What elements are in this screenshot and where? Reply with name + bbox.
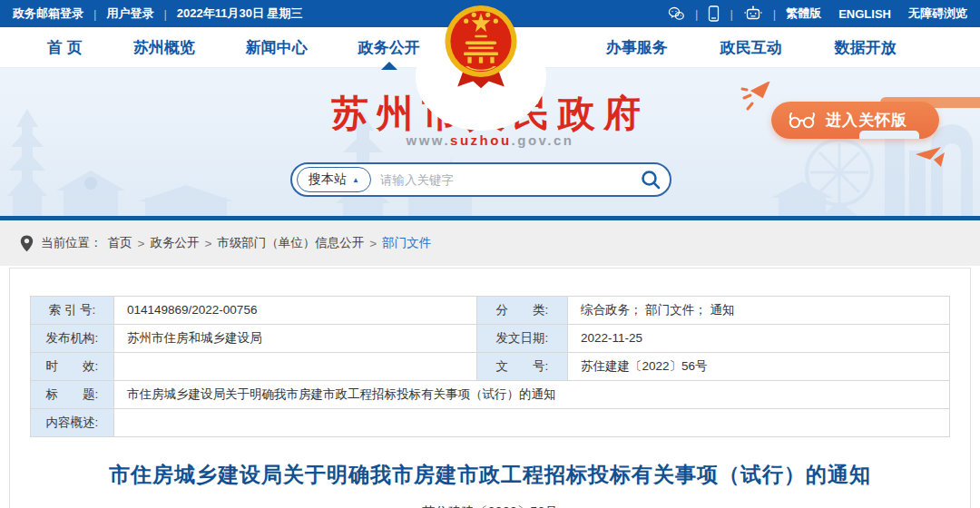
table-row: 时 效: 文 号: 苏住建建〔2022〕56号 [31,353,950,381]
search-icon [640,169,662,190]
robot-assistant-icon[interactable] [743,5,763,22]
table-row: 内容概述: [31,409,950,437]
breadcrumb-label: 当前位置： [41,235,103,251]
nav-item-services[interactable]: 办事服务 [606,37,668,58]
breadcrumb-separator: > [204,237,211,250]
mail-login-link[interactable]: 政务邮箱登录 [13,5,83,22]
category-label: 分 类: [477,297,568,325]
breadcrumb-item-home[interactable]: 首页 [108,235,132,251]
reading-glasses-icon [788,112,817,129]
site-url-suffix: .gov.cn [512,132,574,148]
search-bar: 搜本站 ▲ [290,162,671,197]
banner-divider [0,216,980,220]
search-input[interactable] [380,173,637,187]
breadcrumb-separator: > [138,237,145,250]
nav-item-home[interactable]: 首 页 [47,37,83,58]
current-date: 2022年11月30日 星期三 [177,5,303,22]
document-meta-table: 索 引 号: 014149869/2022-00756 分 类: 综合政务； 部… [30,296,950,437]
nav-item-news[interactable]: 新闻中心 [246,37,308,58]
issue-date-label: 发文日期: [477,325,568,353]
summary-value [114,409,950,437]
site-url-highlight: suzhou [450,132,512,148]
search-scope-dropdown[interactable]: 搜本站 ▲ [297,167,371,192]
table-row: 发布机构: 苏州市住房和城乡建设局 发文日期: 2022-11-25 [31,325,950,353]
document-card: 索 引 号: 014149869/2022-00756 分 类: 综合政务； 部… [9,268,971,508]
separator: | [773,7,776,21]
mobile-site-icon[interactable] [708,5,720,22]
search-scope-label: 搜本站 [309,171,347,188]
issuing-agency-label: 发布机构: [31,325,114,353]
table-row: 索 引 号: 014149869/2022-00756 分 类: 综合政务； 部… [31,297,950,325]
active-nav-caret-icon [381,62,397,70]
dropdown-arrow-icon: ▲ [352,176,359,184]
location-pin-icon [20,235,34,252]
english-link[interactable]: ENGLISH [838,7,891,21]
accessibility-link[interactable]: 无障碍浏览 [908,5,967,22]
validity-value [114,353,477,381]
title-value: 市住房城乡建设局关于明确我市房建市政工程招标投标有关事项（试行）的通知 [114,381,950,409]
care-button-notch [859,131,919,139]
care-version-area: 进入关怀版 [771,102,939,139]
issuing-agency-value: 苏州市住房和城乡建设局 [114,325,477,353]
breadcrumb-separator: > [369,237,377,250]
separator: | [730,7,732,21]
nav-right-group: 办事服务 政民互动 数据开放 [606,37,897,58]
article-doc-number: 苏住建建〔2022〕56号 [10,503,970,508]
doc-number-value: 苏住建建〔2022〕56号 [568,353,950,381]
breadcrumb-item-department-info[interactable]: 市级部门（单位）信息公开 [217,235,364,251]
separator: | [163,7,166,21]
national-emblem [442,4,520,96]
article-title: 市住房城乡建设局关于明确我市房建市政工程招标投标有关事项（试行）的通知 [10,461,970,489]
care-version-button[interactable]: 进入关怀版 [771,102,939,139]
issue-date-value: 2022-11-25 [568,325,950,353]
title-label: 标 题: [31,381,114,409]
nav-item-gov-affairs[interactable]: 政务公开 [358,37,420,58]
nav-item-gov-affairs-label: 政务公开 [358,39,420,56]
nav-item-overview[interactable]: 苏州概览 [133,37,195,58]
breadcrumb-item-gov-affairs[interactable]: 政务公开 [150,235,199,251]
doc-number-label: 文 号: [477,353,568,381]
care-version-label: 进入关怀版 [826,110,907,131]
separator: | [93,7,96,21]
breadcrumb-item-department-files[interactable]: 部门文件 [382,235,431,251]
separator: | [695,7,698,21]
sparkle-decor-icon [740,82,771,114]
table-row: 标 题: 市住房城乡建设局关于明确我市房建市政工程招标投标有关事项（试行）的通知 [31,381,950,409]
nav-left-group: 首 页 苏州概览 新闻中心 政务公开 [47,37,420,58]
topbar-right: | | | 繁體 [668,5,967,22]
topbar-left: 政务邮箱登录 | 用户登录 | 2022年11月30日 星期三 [13,5,303,22]
paper-plane-decor-icon [914,143,956,171]
category-value: 综合政务； 部门文件； 通知 [568,297,950,325]
summary-label: 内容概述: [31,409,114,437]
index-number-value: 014149869/2022-00756 [114,297,477,325]
user-login-link[interactable]: 用户登录 [106,5,153,22]
nav-item-open-data[interactable]: 数据开放 [835,37,897,58]
nav-item-interaction[interactable]: 政民互动 [720,37,782,58]
validity-label: 时 效: [31,353,114,381]
page: 政务邮箱登录 | 用户登录 | 2022年11月30日 星期三 | [0,0,980,508]
breadcrumb: 当前位置： 首页 > 政务公开 > 市级部门（单位）信息公开 > 部门文件 [0,220,980,266]
search-button[interactable] [637,169,664,190]
site-url-prefix: www. [406,132,450,148]
wechat-icon[interactable] [668,6,685,22]
traditional-chinese-link[interactable]: 繁體版 [786,5,821,22]
index-number-label: 索 引 号: [31,297,114,325]
